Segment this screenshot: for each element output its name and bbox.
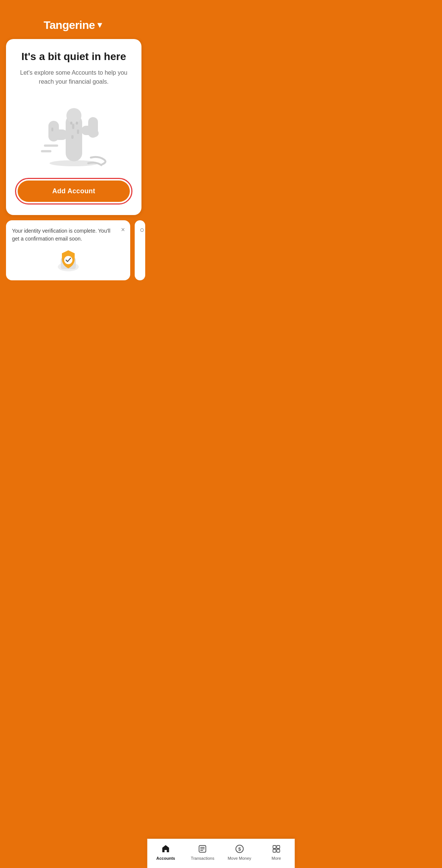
main-content: It's a bit quiet in here Let's explore s… xyxy=(0,39,147,215)
svg-point-15 xyxy=(76,122,78,125)
notification-card: Your identity verification is complete. … xyxy=(6,220,130,280)
svg-rect-2 xyxy=(41,150,51,152)
svg-point-13 xyxy=(66,108,81,123)
notification-section: Your identity verification is complete. … xyxy=(0,215,147,280)
notification-close-button[interactable]: × xyxy=(121,226,125,233)
notification-card-partial: O xyxy=(135,220,145,280)
shield-illustration xyxy=(12,247,124,274)
notification-text: Your identity verification is complete. … xyxy=(12,227,124,243)
cactus-illustration xyxy=(15,94,132,169)
add-account-button[interactable]: Add Account xyxy=(18,181,130,202)
partial-card-text: O xyxy=(139,228,145,232)
svg-rect-11 xyxy=(71,135,74,139)
main-card: It's a bit quiet in here Let's explore s… xyxy=(6,39,141,215)
svg-rect-8 xyxy=(88,129,99,137)
logo-triangle-icon: ▼ xyxy=(96,20,104,30)
card-subtitle: Let's explore some Accounts to help you … xyxy=(15,68,132,86)
app-header: Tangerine ▼ xyxy=(0,0,147,39)
svg-rect-10 xyxy=(77,129,79,134)
add-account-button-highlight: Add Account xyxy=(15,178,132,205)
logo-text: Tangerine xyxy=(44,19,95,32)
svg-point-14 xyxy=(70,122,72,125)
card-title: It's a bit quiet in here xyxy=(15,50,132,63)
logo: Tangerine ▼ xyxy=(44,19,104,32)
svg-rect-12 xyxy=(51,128,53,131)
svg-rect-1 xyxy=(44,144,58,147)
shield-check-icon xyxy=(55,247,81,274)
svg-rect-5 xyxy=(48,121,59,141)
cactus-icon xyxy=(33,94,115,169)
svg-rect-9 xyxy=(72,124,74,129)
